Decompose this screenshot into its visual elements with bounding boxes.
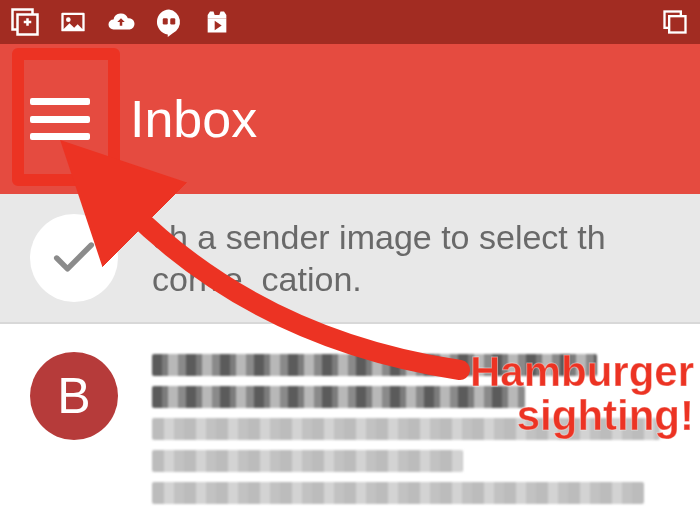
svg-rect-5: [163, 18, 168, 24]
gplus-icon: [10, 7, 40, 37]
status-bar: [0, 0, 700, 44]
hamburger-icon: [30, 98, 90, 140]
tip-banner: ch a sender image to select th conve cat…: [0, 194, 700, 324]
blurred-line: [152, 450, 463, 472]
svg-rect-9: [669, 16, 685, 32]
tip-avatar[interactable]: [30, 214, 118, 302]
app-bar: Inbox: [0, 44, 700, 194]
avatar-letter: B: [57, 367, 90, 425]
blurred-line: [152, 482, 644, 504]
cloud-upload-icon: [106, 7, 136, 37]
app-bar-title: Inbox: [130, 89, 257, 149]
email-list-item[interactable]: B: [0, 324, 700, 504]
svg-rect-6: [170, 18, 175, 24]
svg-point-4: [66, 17, 71, 22]
blurred-line: [152, 418, 660, 440]
play-store-icon: [202, 7, 232, 37]
hangouts-icon: [154, 7, 184, 37]
blurred-subject: [152, 354, 597, 376]
copy-icon: [660, 7, 690, 37]
gallery-icon: [58, 7, 88, 37]
blurred-line: [152, 386, 525, 408]
sender-avatar[interactable]: B: [30, 352, 118, 440]
email-preview: [152, 352, 670, 504]
hamburger-menu-button[interactable]: [0, 44, 120, 194]
tip-text: ch a sender image to select th conve cat…: [152, 216, 670, 301]
checkmark-icon: [48, 232, 100, 284]
